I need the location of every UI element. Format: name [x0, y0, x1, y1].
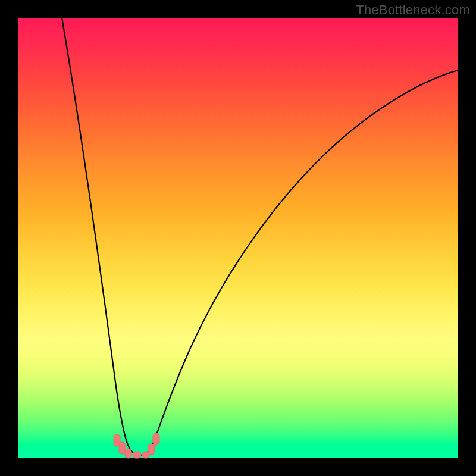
bottleneck-curve [18, 18, 458, 458]
curve-marker [119, 442, 126, 454]
curve-right-branch [140, 70, 458, 455]
curve-left-branch [62, 18, 140, 455]
curve-marker [153, 433, 159, 445]
curve-marker [133, 452, 141, 458]
curve-marker [148, 444, 155, 455]
curve-marker [125, 449, 131, 458]
watermark-text: TheBottleneck.com [356, 2, 470, 18]
